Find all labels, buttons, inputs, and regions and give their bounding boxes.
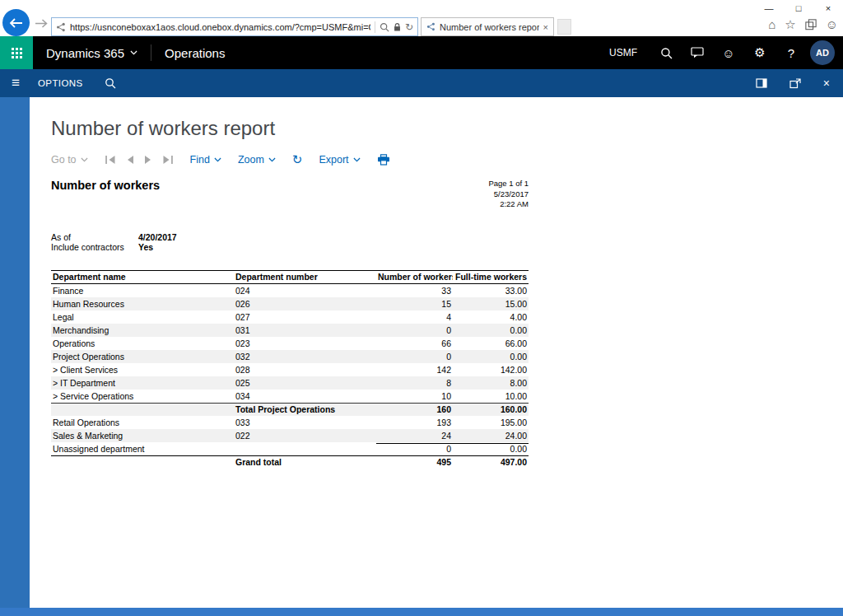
cell-department-name: Human Resources [51, 299, 234, 309]
browser-tab[interactable]: Number of workers report -... × [421, 17, 554, 36]
app-launcher-waffle-button[interactable] [0, 36, 33, 69]
hub-icon[interactable] [805, 19, 817, 30]
cell-department-number: 033 [234, 418, 376, 427]
table-row: Retail Operations 033 193 195.00 [51, 416, 529, 429]
cell-fulltime-workers: 0.00 [453, 443, 529, 454]
module-name[interactable]: Operations [165, 46, 225, 60]
maximize-button[interactable]: □ [784, 0, 813, 16]
favorites-star-icon[interactable]: ☆ [785, 18, 795, 30]
table-row: Legal 027 4 4.00 [51, 310, 529, 324]
user-avatar[interactable]: AD [810, 40, 835, 65]
last-page-icon[interactable] [162, 155, 174, 165]
goto-button[interactable]: Go to [51, 154, 88, 166]
report-table-body: Finance 024 33 33.00 Human Resources 026… [51, 284, 529, 469]
help-icon[interactable]: ? [775, 36, 807, 69]
cell-department-number: 023 [234, 338, 376, 348]
header-right-actions: USMF ☺ ⚙ ? AD [596, 36, 843, 69]
cell-department-number: 034 [234, 391, 376, 401]
param-value: Yes [138, 242, 153, 252]
forward-button[interactable] [35, 19, 49, 30]
cell-number-of-workers: 8 [376, 378, 453, 388]
product-menu[interactable]: Dynamics 365 [46, 46, 137, 60]
refresh-report-icon[interactable]: ↻ [292, 152, 303, 167]
print-icon[interactable] [377, 154, 390, 166]
cell-department-number: 025 [234, 378, 376, 388]
param-label: Include contractors [51, 242, 138, 252]
cell-fulltime-workers: 0.00 [453, 352, 529, 362]
cell-department-number: 024 [234, 286, 376, 296]
back-button[interactable] [2, 9, 30, 36]
header-search-icon[interactable] [650, 36, 682, 69]
cell-department-number: Grand total [234, 457, 376, 467]
report-date: 5/23/2017 [488, 189, 529, 200]
minimize-button[interactable]: — [754, 0, 784, 16]
report-time: 2:22 AM [488, 199, 529, 210]
cell-department-number: 028 [234, 365, 376, 375]
find-label: Find [190, 154, 210, 166]
refresh-icon[interactable]: ↻ [405, 22, 413, 32]
action-pane: ≡ OPTIONS × [0, 69, 843, 97]
table-row: > Client Services 028 142 142.00 [51, 363, 529, 376]
app-header: Dynamics 365 Operations USMF ☺ ⚙ ? AD [0, 36, 843, 69]
company-selector[interactable]: USMF [596, 47, 650, 58]
find-button[interactable]: Find [190, 154, 221, 166]
export-button[interactable]: Export [319, 154, 360, 166]
cell-department-number: 027 [234, 312, 376, 322]
close-page-icon[interactable]: × [823, 77, 830, 90]
table-row: Merchandising 031 0 0.00 [51, 324, 529, 337]
options-menu[interactable]: OPTIONS [38, 78, 83, 88]
navbar-search-icon[interactable] [105, 77, 116, 89]
tab-title: Number of workers report -... [440, 22, 539, 32]
url-text[interactable]: https://usnconeboxax1aos.cloud.onebox.dy… [70, 22, 370, 32]
side-pane-icon[interactable] [756, 78, 767, 88]
table-row: Total Project Operations 160 160.00 [51, 403, 529, 416]
feedback-smiley-icon[interactable]: ☺ [826, 18, 838, 30]
window-controls: — □ × [754, 0, 843, 16]
table-row: Finance 024 33 33.00 [51, 284, 529, 297]
messages-icon[interactable] [682, 36, 713, 69]
chevron-down-icon [268, 157, 276, 162]
cell-fulltime-workers: 15.00 [453, 299, 529, 309]
popout-icon[interactable] [789, 78, 801, 89]
chevron-down-icon [81, 157, 88, 162]
cell-fulltime-workers: 8.00 [453, 378, 529, 388]
cell-fulltime-workers: 66.00 [453, 338, 529, 348]
nav-strip[interactable] [0, 97, 30, 608]
tab-close-icon[interactable]: × [543, 22, 548, 32]
next-page-icon[interactable] [144, 155, 152, 165]
cell-number-of-workers: 15 [376, 299, 453, 309]
cell-number-of-workers: 10 [376, 391, 453, 401]
cell-fulltime-workers: 33.00 [453, 286, 529, 296]
cell-number-of-workers: 4 [376, 312, 453, 322]
goto-label: Go to [51, 154, 77, 166]
zoom-button[interactable]: Zoom [238, 154, 276, 166]
cell-number-of-workers: 142 [376, 365, 453, 375]
address-bar[interactable]: https://usnconeboxax1aos.cloud.onebox.dy… [51, 17, 418, 36]
report-meta: Page 1 of 1 5/23/2017 2:22 AM [488, 179, 529, 210]
home-icon[interactable]: ⌂ [768, 18, 775, 30]
table-row: Project Operations 032 0 0.00 [51, 350, 529, 363]
chevron-down-icon [353, 157, 361, 162]
close-button[interactable]: × [813, 0, 843, 16]
new-tab-button[interactable] [557, 19, 571, 35]
cell-fulltime-workers: 0.00 [453, 325, 529, 335]
cell-department-number: 031 [234, 325, 376, 335]
address-bar-divider [375, 21, 375, 33]
previous-page-icon[interactable] [126, 155, 134, 165]
table-row: Grand total 495 497.00 [51, 455, 529, 469]
action-pane-right-icons: × [756, 77, 830, 90]
zoom-label: Zoom [238, 154, 264, 166]
lock-icon [394, 22, 401, 32]
cell-department-number: 022 [234, 431, 376, 441]
column-header: Full-time workers [453, 272, 529, 282]
feedback-smiley-icon[interactable]: ☺ [713, 36, 744, 69]
cell-department-number: 032 [234, 352, 376, 362]
settings-gear-icon[interactable]: ⚙ [744, 36, 775, 69]
export-label: Export [319, 154, 348, 166]
search-icon[interactable] [380, 22, 389, 32]
report-toolbar: Go to Find Zoom ↻ [51, 152, 843, 167]
column-header: Department name [51, 272, 234, 282]
page-nav-group [105, 155, 174, 165]
hamburger-menu-icon[interactable]: ≡ [0, 75, 31, 91]
first-page-icon[interactable] [105, 155, 116, 165]
